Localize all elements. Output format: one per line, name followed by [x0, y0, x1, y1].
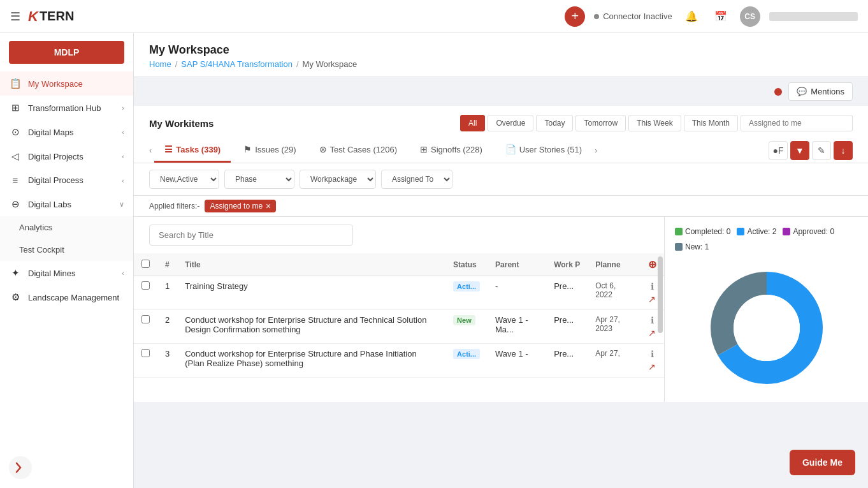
row-checkbox[interactable]	[141, 315, 150, 323]
table-header-num: #	[157, 253, 177, 276]
sidebar-item-landscape-management[interactable]: ⚙ Landscape Management	[0, 285, 133, 309]
sidebar-item-label: Test Cockpit	[19, 245, 124, 255]
table-row: 3 Conduct workshop for Enterprise Struct…	[134, 344, 664, 378]
filter-tab-this-week[interactable]: This Week	[628, 115, 681, 131]
row-checkbox[interactable]	[141, 349, 150, 357]
page-header: My Workspace Home / SAP S/4HANA Transfor…	[134, 33, 868, 77]
tab-prev-icon[interactable]: ‹	[149, 145, 152, 155]
row-planned: Apr 27, 2023	[588, 310, 640, 344]
sidebar-item-transformation-hub[interactable]: ⊞ Transformation Hub ›	[0, 96, 133, 120]
red-dot-indicator	[774, 88, 782, 96]
info-icon[interactable]: ℹ	[651, 315, 654, 325]
tab-issues[interactable]: ⚑ Issues (29)	[233, 138, 306, 163]
sidebar-item-analytics[interactable]: Analytics	[0, 216, 133, 239]
filter-tab-all[interactable]: All	[460, 115, 485, 131]
workitems-section: My Workitems All Overdue Today Tomorrow …	[134, 106, 868, 402]
notification-bell-icon[interactable]: 🔔	[681, 6, 702, 27]
legend-label-new: New: 1	[685, 242, 709, 251]
scroll-indicator[interactable]	[658, 256, 663, 333]
table-row: 2 Conduct workshop for Enterprise Struct…	[134, 310, 664, 344]
add-column-icon[interactable]: ⊕	[648, 259, 656, 270]
tab-signoffs[interactable]: ⊞ Signoffs (228)	[410, 138, 493, 163]
ktern-icon[interactable]	[9, 456, 32, 479]
chevron-right-icon: ‹	[122, 152, 124, 160]
sidebar-item-my-workspace[interactable]: 📋 My Workspace	[0, 71, 133, 96]
phase-filter-select[interactable]: Phase	[224, 170, 294, 189]
logo-k: K	[28, 8, 38, 25]
redirect-icon[interactable]: ↗	[648, 294, 656, 304]
mentions-bar: 💬 Mentions	[134, 77, 868, 106]
transformation-hub-icon: ⊞	[9, 102, 22, 114]
filter-bar: New,Active Phase Workpackage Assigned To	[134, 163, 868, 196]
add-button[interactable]: +	[565, 6, 585, 27]
tab-test-cases[interactable]: ⊛ Test Cases (1206)	[309, 138, 408, 163]
sidebar-item-digital-labs[interactable]: ⊖ Digital Labs ∨	[0, 192, 133, 216]
signoffs-icon: ⊞	[420, 144, 428, 154]
chart-legend: Completed: 0 Active: 2 Approved: 0	[675, 227, 858, 251]
assigned-filter-input[interactable]	[741, 115, 853, 131]
tab-label: Issues (29)	[255, 145, 296, 154]
calendar-icon[interactable]: 📅	[711, 6, 731, 27]
chevron-down-icon: ∨	[119, 200, 124, 209]
guide-me-button[interactable]: Guide Me	[790, 450, 855, 475]
project-button[interactable]: MDLP	[9, 41, 124, 64]
filter-tab-today[interactable]: Today	[536, 115, 573, 131]
download-action-button[interactable]: ↓	[834, 141, 853, 160]
row-parent: Wave 1 -	[488, 344, 546, 378]
tab-user-stories[interactable]: 📄 User Stories (51)	[495, 138, 592, 163]
status-filter-select[interactable]: New,Active	[149, 170, 219, 189]
remove-filter-icon[interactable]: ×	[266, 202, 271, 211]
legend-item-new: New: 1	[675, 242, 709, 251]
info-icon[interactable]: ℹ	[651, 349, 654, 359]
main-content: My Workspace Home / SAP S/4HANA Transfor…	[134, 33, 868, 488]
status-badge: Acti...	[453, 349, 480, 359]
search-input[interactable]	[149, 225, 353, 246]
sidebar-item-digital-mines[interactable]: ✦ Digital Mines ‹	[0, 261, 133, 285]
chevron-right-icon: ‹	[122, 177, 124, 184]
filter-tab-tomorrow[interactable]: Tomorrow	[575, 115, 626, 131]
row-checkbox[interactable]	[141, 281, 150, 290]
workpackage-filter-select[interactable]: Workpackage	[300, 170, 376, 189]
select-all-checkbox[interactable]	[141, 260, 150, 268]
row-status: Acti...	[445, 344, 488, 378]
digital-mines-icon: ✦	[9, 267, 22, 279]
row-workpackage: Pre...	[546, 310, 588, 344]
tab-next-icon[interactable]: ›	[595, 145, 597, 155]
avatar[interactable]: CS	[740, 6, 760, 27]
donut-svg	[703, 264, 830, 392]
redirect-icon[interactable]: ↗	[648, 328, 656, 338]
info-icon[interactable]: ℹ	[651, 281, 654, 292]
sidebar: MDLP 📋 My Workspace ⊞ Transformation Hub…	[0, 33, 134, 488]
user-stories-icon: 📄	[505, 144, 516, 154]
mentions-button[interactable]: 💬 Mentions	[788, 82, 853, 101]
legend-dot-completed	[675, 228, 683, 235]
row-parent: -	[488, 276, 546, 310]
row-parent: Wave 1 - Ma...	[488, 310, 546, 344]
filter-action-button[interactable]: ▼	[790, 141, 809, 160]
tab-label: Tasks (339)	[176, 145, 221, 154]
tab-tasks[interactable]: ☰ Tasks (339)	[154, 138, 231, 163]
edit-action-button[interactable]: ✎	[812, 141, 831, 160]
row-number: 2	[157, 310, 177, 344]
sidebar-item-digital-process[interactable]: ≡ Digital Process ‹	[0, 168, 133, 192]
assigned-to-filter-select[interactable]: Assigned To	[381, 170, 452, 189]
table-header-status: Status	[445, 253, 488, 276]
breadcrumb-home[interactable]: Home	[149, 59, 171, 69]
row-actions: ℹ ↗	[648, 349, 656, 372]
tab-extra-icon[interactable]: ●F	[769, 141, 788, 160]
connector-label: Connector Inactive	[603, 11, 672, 21]
sidebar-item-label: My Workspace	[28, 79, 124, 89]
filter-tab-this-month[interactable]: This Month	[684, 115, 738, 131]
redirect-icon[interactable]: ↗	[648, 362, 656, 372]
row-number: 1	[157, 276, 177, 310]
sidebar-item-test-cockpit[interactable]: Test Cockpit	[0, 239, 133, 261]
logo: K TERN	[28, 8, 74, 25]
sidebar-item-digital-maps[interactable]: ⊙ Digital Maps ‹	[0, 120, 133, 144]
filter-tab-overdue[interactable]: Overdue	[488, 115, 533, 131]
topnav-right: + Connector Inactive 🔔 📅 CS ██████████ █…	[565, 6, 858, 27]
breadcrumb-middle[interactable]: SAP S/4HANA Transformation	[181, 59, 293, 69]
sidebar-item-digital-projects[interactable]: ◁ Digital Projects ‹	[0, 144, 133, 168]
hamburger-icon[interactable]: ☰	[10, 10, 20, 24]
row-title: Conduct workshop for Enterprise Structur…	[177, 310, 445, 344]
topnav-left: ☰ K TERN	[10, 8, 74, 25]
